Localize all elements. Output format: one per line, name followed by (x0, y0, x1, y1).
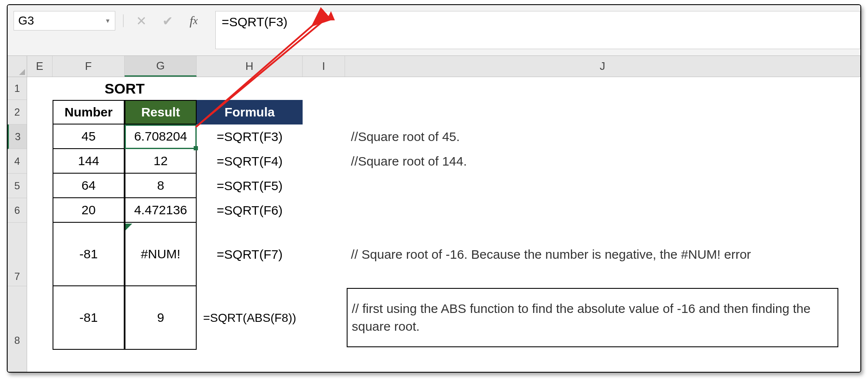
table-title: SORT (53, 77, 197, 100)
cell-number[interactable]: -81 (53, 286, 125, 350)
col-formula-header: Formula (197, 100, 303, 124)
comment-text: //Square root of 144. (349, 149, 837, 174)
name-box-value: G3 (18, 14, 34, 28)
col-header-E[interactable]: E (27, 56, 53, 77)
col-result-header: Result (125, 100, 197, 124)
cell-result[interactable]: 6.708204 (125, 124, 197, 149)
row-header-5[interactable]: 5 (8, 174, 27, 198)
cell-number[interactable]: 64 (53, 174, 125, 198)
col-header-I[interactable]: I (303, 56, 345, 77)
cell-formula[interactable]: =SQRT(F4) (197, 149, 303, 174)
cell-result[interactable]: 12 (125, 149, 197, 174)
enter-icon[interactable]: ✔ (159, 12, 176, 30)
column-headers: E F G H I J (8, 56, 860, 77)
fx-icon[interactable]: fx (185, 12, 203, 30)
app-window: G3 ▼ ✕ ✔ fx =SQRT(F3) E F G H I J 1 2 3 … (7, 4, 861, 373)
col-header-H[interactable]: H (197, 56, 303, 77)
formula-input[interactable]: =SQRT(F3) (215, 11, 860, 49)
comment-text: //Square root of 45. (349, 124, 837, 149)
cell-number[interactable]: 20 (53, 198, 125, 223)
cell-formula[interactable]: =SQRT(F5) (197, 174, 303, 198)
select-all-corner[interactable] (8, 56, 27, 77)
cell-result[interactable]: 8 (125, 174, 197, 198)
row-header-1[interactable]: 1 (8, 77, 27, 100)
cell-number[interactable]: 45 (53, 124, 125, 149)
row-headers: 1 2 3 4 5 6 7 8 (8, 77, 27, 372)
cell-result[interactable]: 4.472136 (125, 198, 197, 223)
col-header-J[interactable]: J (345, 56, 860, 77)
formula-bar: G3 ▼ ✕ ✔ fx =SQRT(F3) (8, 5, 860, 56)
grid-wrap: 1 2 3 4 5 6 7 8 SORT Number Result Formu… (8, 77, 860, 372)
cell-formula[interactable]: =SQRT(ABS(F8)) (193, 286, 306, 350)
row-header-6[interactable]: 6 (8, 198, 27, 223)
cell-number[interactable]: 144 (53, 149, 125, 174)
formula-input-value: =SQRT(F3) (222, 15, 287, 29)
row-header-3[interactable]: 3 (8, 124, 27, 149)
chevron-down-icon[interactable]: ▼ (105, 17, 111, 24)
cell-result[interactable]: #NUM! (125, 223, 197, 286)
cancel-icon[interactable]: ✕ (132, 12, 150, 30)
row-header-2[interactable]: 2 (8, 100, 27, 124)
name-box[interactable]: G3 ▼ (14, 11, 115, 30)
separator (123, 14, 124, 27)
row-header-8[interactable]: 8 (8, 286, 27, 350)
comment-text: // Square root of -16. Because the numbe… (349, 223, 837, 286)
cell-formula[interactable]: =SQRT(F3) (197, 124, 303, 149)
grid[interactable]: SORT Number Result Formula 45 6.708204 =… (27, 77, 860, 372)
error-indicator-icon[interactable] (125, 224, 132, 230)
cell-formula[interactable]: =SQRT(F7) (197, 223, 303, 286)
col-header-G[interactable]: G (125, 56, 197, 77)
cell-formula[interactable]: =SQRT(F6) (197, 198, 303, 223)
cell-number[interactable]: -81 (53, 223, 125, 286)
formula-bar-buttons: ✕ ✔ fx (123, 11, 203, 30)
col-header-F[interactable]: F (53, 56, 125, 77)
row-header-4[interactable]: 4 (8, 149, 27, 174)
row-header-7[interactable]: 7 (8, 223, 27, 286)
col-number-header: Number (53, 100, 125, 124)
cell-result[interactable]: 9 (125, 286, 197, 350)
comment-text-boxed: // first using the ABS function to find … (347, 288, 838, 347)
